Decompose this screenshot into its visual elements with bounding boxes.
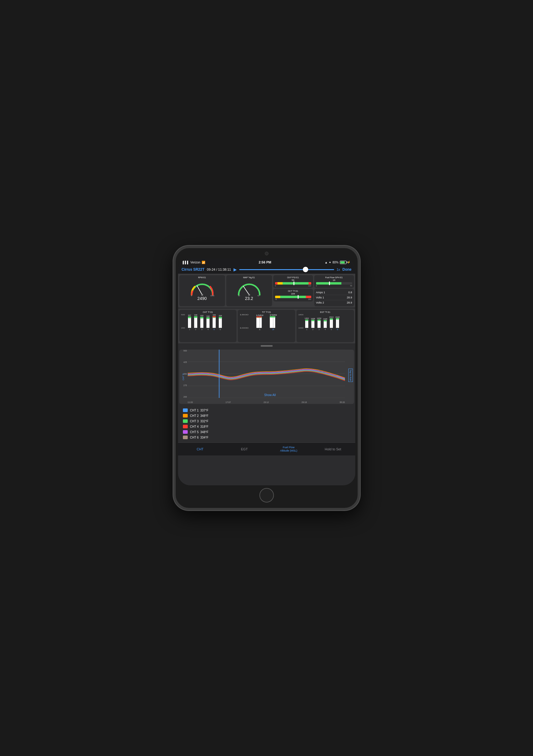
egt-chart-title: EGT °F E1 <box>298 311 352 313</box>
egt-chart-svg: 1800 1000 1452 1439 1459 <box>298 314 352 341</box>
oil-gauges: Oil P PSI E1 56 <box>273 275 313 306</box>
oil-t-gauge: Oil T °F E1 184 75 <box>273 289 313 301</box>
oil-t-bar-bg <box>275 296 311 298</box>
oil-t-green <box>280 296 306 298</box>
slider-thumb[interactable] <box>303 267 308 272</box>
oil-p-red <box>275 282 278 284</box>
tit-chart-title: TIT °F E1 <box>240 311 293 313</box>
status-right: ▲ ✦ 80% ⚡ <box>325 261 350 264</box>
time-display: 2:56 PM <box>259 260 272 264</box>
egt-chart-area: 1800 1000 1452 1439 1459 <box>298 314 352 341</box>
svg-text:1000: 1000 <box>240 327 249 329</box>
svg-point-1 <box>201 294 203 296</box>
y-axis-title: CHT °F <box>182 373 184 380</box>
tab-hold-to-set-label: Hold to Set <box>325 447 341 451</box>
svg-text:1: 1 <box>306 329 307 330</box>
playback-slider[interactable] <box>239 269 334 270</box>
svg-line-4 <box>243 286 249 295</box>
done-button[interactable]: Done <box>343 267 352 272</box>
location-icon: ▲ <box>325 261 328 264</box>
x-label-3520: 35:20 <box>339 401 345 403</box>
oil-p-track <box>275 282 311 284</box>
x-axis-labels: 11:03 17:07 23:12 29:16 35:20 <box>188 401 345 403</box>
svg-text:1000: 1000 <box>298 327 304 329</box>
fuel-flow-max: 45 <box>350 285 352 287</box>
map-svg-wrap: 10 40 <box>227 279 271 297</box>
svg-text:1800: 1800 <box>240 314 249 315</box>
tab-cht[interactable]: CHT <box>178 443 222 455</box>
oil-p-green <box>282 282 308 284</box>
svg-text:500: 500 <box>181 314 185 315</box>
cht3-color <box>183 419 188 423</box>
battery-percent: 80% <box>332 261 338 264</box>
oil-p-title: Oil P PSI E1 <box>275 276 311 279</box>
svg-text:40: 40 <box>257 295 259 297</box>
y-label-425: 425 <box>183 361 187 363</box>
playback-speed[interactable]: 1x <box>336 268 340 271</box>
svg-text:1: 1 <box>258 329 261 330</box>
volts2-value: 28.9 <box>347 301 352 304</box>
svg-text:1: 1 <box>189 329 190 330</box>
tab-fuel-flow[interactable]: Fuel FlowAltitude (MSL) <box>267 443 311 455</box>
legend-cht4: CHT 4 318°F <box>183 424 350 429</box>
screen: ▌▌▌ Verizon 📶 2:56 PM ▲ ✦ 80% ⚡ Cirrus S… <box>178 258 355 485</box>
svg-text:6: 6 <box>220 329 221 330</box>
oil-p-min: 0 <box>275 285 276 287</box>
time-chart-section: 500 425 350 275 200 CHT °F <box>178 348 355 405</box>
svg-text:1800: 1800 <box>298 314 304 315</box>
tab-egt[interactable]: EGT <box>222 443 267 455</box>
svg-text:2: 2 <box>195 329 197 330</box>
device-frame: ▌▌▌ Verizon 📶 2:56 PM ▲ ✦ 80% ⚡ Cirrus S… <box>173 246 360 510</box>
cht1-label: CHT 1 337°F <box>190 409 208 412</box>
tab-hold-to-set[interactable]: Hold to Set <box>311 443 355 455</box>
map-title: MAP "Hg E1 <box>227 276 271 279</box>
oil-t-min: 75 <box>275 298 277 300</box>
rpm-svg-wrap: 0 3000 <box>180 279 224 297</box>
svg-text:2: 2 <box>312 329 314 330</box>
tit-chart-area: 1800 1000 1582 1589 <box>240 314 293 341</box>
x-label-2916: 29:16 <box>302 401 307 403</box>
svg-text:3000: 3000 <box>210 295 215 297</box>
cht-chart-area: 500 200 337 348 332 <box>181 314 235 341</box>
oil-t-max: 250 <box>308 298 311 300</box>
carrier-label: Verizon <box>190 261 200 264</box>
show-all-button[interactable]: Show All <box>264 393 276 397</box>
oil-p-gauge: Oil P PSI E1 56 <box>273 275 313 288</box>
play-button[interactable]: ▶ <box>233 267 237 272</box>
legend-cht1: CHT 1 337°F <box>183 408 350 413</box>
cht-chart-title: CHT °F E1 <box>181 311 235 313</box>
status-bar: ▌▌▌ Verizon 📶 2:56 PM ▲ ✦ 80% ⚡ <box>178 258 355 265</box>
y-label-500: 500 <box>183 350 187 352</box>
handle-pill <box>261 345 273 347</box>
cht-bar-chart: CHT °F E1 500 200 337 348 <box>179 310 237 342</box>
cht6-color <box>183 436 188 439</box>
divider-handle[interactable] <box>178 343 355 348</box>
bottom-tabs: CHT EGT Fuel FlowAltitude (MSL) Hold to … <box>178 443 355 455</box>
cht6-label: CHT 6 334°F <box>190 436 208 439</box>
amps1-row: Amps 1 0.8 <box>316 290 352 295</box>
fuel-flow-empty <box>341 282 352 284</box>
oil-t-track <box>275 296 311 298</box>
legend-section: CHT 1 337°F CHT 2 348°F CHT 3 332°F CHT … <box>178 405 355 443</box>
volts1-row: Volts 1 28.9 <box>316 295 352 300</box>
oil-t-labels: 75 250 <box>275 298 311 300</box>
fuel-flow-title: Fuel Flow GPH E1 <box>316 276 352 279</box>
map-value: 23.2 <box>245 296 253 301</box>
svg-text:3: 3 <box>318 329 320 330</box>
map-gauge: 10 40 23.2 <box>227 279 271 301</box>
rpm-value: 2490 <box>197 296 207 301</box>
tab-fuel-flow-label: Fuel FlowAltitude (MSL) <box>280 446 297 452</box>
x-label-1103: 11:03 <box>188 401 193 403</box>
svg-rect-69 <box>330 318 333 328</box>
svg-text:2: 2 <box>272 329 275 330</box>
cht5-label: CHT 5 348°F <box>190 430 208 434</box>
aircraft-title[interactable]: Cirrus SR22T <box>182 267 204 272</box>
tap-to-add[interactable]: Tap to Add <box>348 353 353 398</box>
oil-p-marker <box>293 282 294 285</box>
legend-cht6: CHT 6 334°F <box>183 435 350 440</box>
flight-date-time: 09-24 / 11:38:11 <box>207 268 231 271</box>
svg-rect-44 <box>256 316 262 328</box>
fuel-flow-card: Fuel Flow GPH E1 16 0 45 <box>314 275 354 288</box>
rpm-gauge: 0 3000 2490 <box>180 279 224 301</box>
volts2-label: Volts 2 <box>316 301 324 304</box>
